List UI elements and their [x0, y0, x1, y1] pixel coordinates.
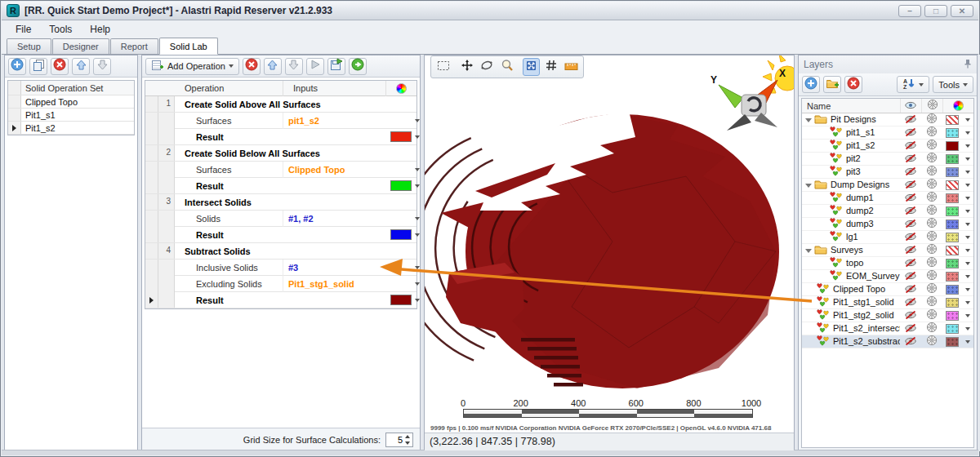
move-down-button[interactable]: [285, 58, 303, 75]
operation-result-row[interactable]: Result: [145, 178, 416, 194]
input-value[interactable]: Pit1_stg1_solid: [283, 276, 385, 292]
duplicate-button[interactable]: [29, 58, 47, 75]
layer-color-swatch[interactable]: [942, 167, 962, 177]
zoom-button[interactable]: [498, 58, 515, 76]
operation-result-row[interactable]: Result: [145, 227, 416, 243]
input-value[interactable]: #3: [283, 260, 385, 276]
move-up-button[interactable]: [72, 58, 90, 75]
result-color-swatch[interactable]: [390, 180, 412, 191]
delete-button[interactable]: [243, 58, 261, 75]
layer-color-swatch[interactable]: [942, 298, 962, 308]
layer-color-dropdown[interactable]: [962, 236, 973, 239]
menu-file[interactable]: File: [7, 21, 40, 38]
operation-group-row[interactable]: 2 Create Solid Below All Surfaces: [145, 145, 416, 162]
delete-button[interactable]: [51, 58, 69, 75]
dropdown-icon[interactable]: [415, 135, 420, 139]
dropdown-icon[interactable]: [415, 217, 420, 220]
layer-color-swatch[interactable]: [942, 154, 962, 164]
list-item[interactable]: Clipped Topo: [8, 95, 134, 109]
select-rectangle-button[interactable]: [434, 58, 452, 76]
run-button[interactable]: [306, 58, 324, 75]
expander-icon[interactable]: [805, 184, 812, 188]
menu-tools[interactable]: Tools: [40, 21, 81, 38]
add-button[interactable]: [802, 76, 820, 93]
input-value[interactable]: pit1_s2: [283, 113, 385, 129]
layer-color-swatch[interactable]: [942, 272, 962, 282]
move-down-button[interactable]: [93, 58, 111, 75]
add-button[interactable]: [8, 58, 26, 75]
ruler-button[interactable]: [563, 58, 580, 76]
input-value[interactable]: Clipped Topo: [283, 162, 385, 178]
maximize-button[interactable]: □: [924, 5, 947, 17]
dropdown-icon[interactable]: [415, 299, 420, 302]
menu-help[interactable]: Help: [81, 21, 119, 38]
layer-color-dropdown[interactable]: [962, 301, 973, 304]
grid-size-spinner[interactable]: 5: [385, 433, 413, 447]
layer-color-dropdown[interactable]: [962, 249, 973, 252]
expander-icon[interactable]: [805, 118, 812, 122]
layer-color-swatch[interactable]: [942, 128, 962, 138]
operation-result-row[interactable]: Result: [145, 129, 416, 145]
dropdown-icon[interactable]: [415, 119, 420, 122]
minimize-button[interactable]: –: [898, 5, 921, 17]
layer-color-swatch[interactable]: [942, 220, 962, 229]
layer-color-swatch[interactable]: [942, 115, 962, 125]
operation-group-row[interactable]: 4 Subtract Solids: [145, 243, 416, 260]
wireframe-toggle[interactable]: [921, 335, 942, 349]
grid-button[interactable]: [542, 58, 559, 76]
layer-color-swatch[interactable]: [942, 141, 962, 151]
layer-color-dropdown[interactable]: [962, 340, 973, 344]
result-color-swatch[interactable]: [390, 131, 412, 142]
layer-color-dropdown[interactable]: [962, 158, 973, 161]
list-item[interactable]: Pit1_s1: [8, 109, 134, 122]
list-item[interactable]: Pit1_s2: [8, 122, 134, 135]
pan-button[interactable]: [458, 58, 475, 76]
layer-color-dropdown[interactable]: [962, 197, 973, 200]
layer-color-dropdown[interactable]: [962, 144, 973, 148]
dropdown-icon[interactable]: [415, 184, 420, 188]
layer-color-dropdown[interactable]: [962, 184, 973, 187]
operation-result-row[interactable]: Result: [145, 292, 416, 308]
spinner-down-icon[interactable]: [405, 441, 410, 445]
save-result-button[interactable]: [327, 58, 345, 75]
axis-gizmo[interactable]: Y X: [696, 55, 794, 145]
dropdown-icon[interactable]: [415, 233, 420, 237]
add-folder-button[interactable]: [823, 76, 841, 93]
layer-color-dropdown[interactable]: [962, 275, 973, 278]
layer-color-dropdown[interactable]: [962, 171, 973, 174]
operation-group-row[interactable]: 1 Create Solid Above All Surfaces: [145, 96, 416, 113]
tab-designer[interactable]: Designer: [52, 38, 109, 54]
move-up-button[interactable]: [264, 58, 282, 75]
layer-color-dropdown[interactable]: [962, 327, 973, 331]
layer-color-swatch[interactable]: [942, 311, 962, 321]
tools-button[interactable]: Tools: [933, 76, 973, 93]
layer-color-swatch[interactable]: [942, 285, 962, 295]
layer-color-dropdown[interactable]: [962, 118, 973, 122]
layer-color-dropdown[interactable]: [962, 314, 973, 317]
layer-color-swatch[interactable]: [942, 206, 962, 216]
viewport-3d[interactable]: Y X 02004006008001000 9999 fps | 0.100 m…: [424, 55, 795, 451]
pin-icon[interactable]: [964, 59, 972, 71]
layer-color-swatch[interactable]: [942, 324, 962, 334]
layer-color-dropdown[interactable]: [962, 210, 973, 213]
zoom-fit-button[interactable]: [523, 58, 541, 76]
execute-button[interactable]: [349, 58, 367, 75]
orbit-button[interactable]: [479, 58, 496, 76]
layer-color-swatch[interactable]: [942, 337, 962, 347]
operation-group-row[interactable]: 3 Intersect Solids: [145, 194, 416, 211]
add-operation-button[interactable]: Add Operation: [145, 58, 239, 75]
operation-input-row[interactable]: Solids #1, #2: [145, 211, 416, 227]
tab-solid-lab[interactable]: Solid Lab: [159, 38, 218, 55]
layer-color-dropdown[interactable]: [962, 288, 973, 291]
layer-color-swatch[interactable]: [942, 246, 962, 255]
sort-button[interactable]: AZ: [897, 76, 929, 93]
input-value[interactable]: #1, #2: [283, 211, 385, 227]
close-button[interactable]: ✕: [951, 5, 973, 17]
spinner-up-icon[interactable]: [405, 435, 410, 438]
result-color-swatch[interactable]: [390, 229, 412, 240]
result-color-swatch[interactable]: [390, 295, 412, 305]
visibility-toggle[interactable]: [900, 335, 921, 349]
dropdown-icon[interactable]: [415, 282, 420, 286]
tab-report[interactable]: Report: [110, 38, 158, 54]
operation-input-row[interactable]: Surfaces pit1_s2: [145, 113, 416, 129]
